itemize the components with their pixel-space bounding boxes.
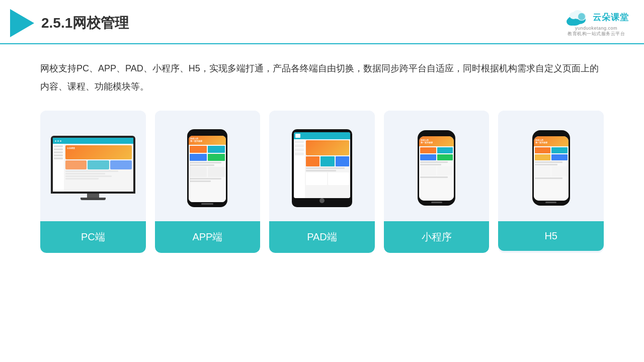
- h5-phone-mockup: 职进人的第一堂升级课: [532, 130, 570, 206]
- brand-url: yunduoketang.com: [575, 26, 617, 31]
- brand-logo: 云朵课堂 yunduoketang.com 教育机构一站式服务云平台: [564, 10, 629, 37]
- pc-mockup: 云朵课堂: [51, 136, 135, 200]
- card-pc-image: 云朵课堂: [40, 111, 146, 221]
- card-pad: PAD端: [269, 111, 375, 253]
- card-app: 职进人的第一堂升级课: [155, 111, 261, 253]
- cards-container: 云朵课堂: [40, 111, 604, 253]
- card-h5: 职进人的第一堂升级课: [498, 111, 604, 253]
- brand-slogan: 教育机构一站式服务云平台: [568, 31, 625, 37]
- brand-triangle-icon: [10, 9, 34, 37]
- card-miniprogram-image: 职进人的第一堂升级课: [384, 111, 490, 221]
- card-miniprogram-label: 小程序: [384, 221, 490, 253]
- card-app-label: APP端: [155, 221, 261, 253]
- svg-point-5: [570, 12, 578, 19]
- card-pad-label: PAD端: [269, 221, 375, 253]
- header-left: 2.5.1网校管理: [10, 9, 129, 37]
- brand-icon-area: 云朵课堂: [564, 10, 629, 26]
- page-header: 2.5.1网校管理 云朵课堂 yunduoketang.com 教育机构一站式服…: [0, 0, 644, 44]
- card-app-image: 职进人的第一堂升级课: [155, 111, 261, 221]
- cloud-icon: [564, 10, 590, 26]
- tablet-mockup: [292, 129, 352, 207]
- page-title: 2.5.1网校管理: [41, 14, 129, 33]
- pc-screen: 云朵课堂: [51, 136, 135, 194]
- phone-app-mockup: 职进人的第一堂升级课: [187, 129, 227, 207]
- card-h5-label: H5: [498, 221, 604, 251]
- mini-phone-mockup: 职进人的第一堂升级课: [418, 130, 455, 206]
- card-pc-label: PC端: [40, 221, 146, 253]
- card-miniprogram: 职进人的第一堂升级课: [384, 111, 490, 253]
- main-content: 网校支持PC、APP、PAD、小程序、H5，实现多端打通，产品各终端自由切换，数…: [0, 44, 644, 263]
- brand-name: 云朵课堂: [593, 12, 629, 23]
- card-pad-image: [269, 111, 375, 221]
- page-description: 网校支持PC、APP、PAD、小程序、H5，实现多端打通，产品各终端自由切换，数…: [40, 59, 604, 96]
- card-h5-image: 职进人的第一堂升级课: [498, 111, 604, 221]
- card-pc: 云朵课堂: [40, 111, 146, 253]
- header-right: 云朵课堂 yunduoketang.com 教育机构一站式服务云平台: [564, 10, 629, 37]
- svg-point-6: [578, 13, 585, 20]
